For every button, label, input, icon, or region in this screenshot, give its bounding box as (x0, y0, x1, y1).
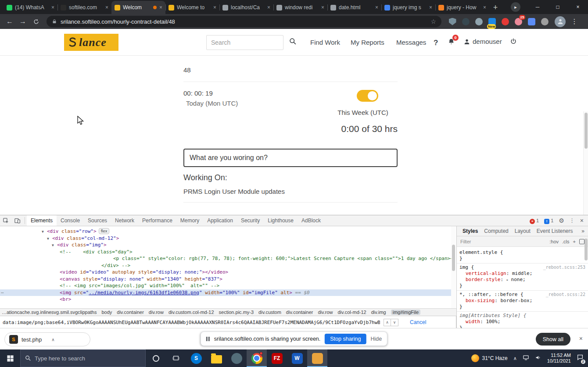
taskbar-search-input[interactable] (35, 355, 141, 362)
bookmark-star-icon[interactable]: ☆ (430, 18, 436, 25)
computed-grid-icon[interactable] (579, 239, 584, 244)
page-scrollbar-thumb[interactable] (584, 113, 588, 149)
minimize-button[interactable]: ─ (527, 0, 548, 14)
rule-selector[interactable]: img { (459, 264, 474, 271)
help-button[interactable]: ? (434, 39, 438, 47)
tab-close-button[interactable]: × (105, 4, 108, 11)
network-icon[interactable] (523, 354, 529, 363)
close-window-button[interactable]: × (568, 0, 588, 14)
nav-messages[interactable]: Messages (396, 39, 426, 46)
inspect-element-button[interactable] (0, 215, 11, 226)
devtools-tab-memory[interactable]: Memory (176, 215, 203, 226)
styles-filter-input[interactable] (460, 239, 546, 244)
css-property[interactable]: vertical-align: middle; (459, 271, 585, 277)
download-item[interactable]: S test.php ∧ (4, 332, 90, 346)
expander-icon[interactable]: ▼ (42, 228, 47, 235)
tab-close-button[interactable]: × (159, 4, 162, 11)
breadcrumb-item[interactable]: img#imgFile (391, 310, 420, 315)
css-property[interactable]: border-style: ▸ none; (459, 277, 585, 283)
error-counter[interactable]: ×1 (530, 217, 539, 224)
find-next-button[interactable]: ∨ (391, 319, 398, 326)
browser-menu-button[interactable]: ⋮ (569, 18, 580, 25)
nav-my-reports[interactable]: My Reports (351, 39, 384, 46)
stylesheet-link[interactable]: _reboot.scss:253 (543, 264, 585, 271)
shield-extension-icon[interactable] (447, 16, 458, 27)
dom-tree-node[interactable]: <img src="../media/hourly-imgs/6163df1e0… (0, 289, 451, 296)
browser-tab-1[interactable]: (14) WhatsA× (4, 1, 57, 14)
rule-selector[interactable]: *, ::after, ::before { (459, 292, 523, 298)
site-logo[interactable]: lance (64, 34, 118, 51)
forward-button[interactable]: → (17, 15, 29, 28)
breadcrumb-item[interactable]: …ationcache.svg.inlinesvg.smil.svgclippa… (2, 310, 97, 315)
notifications-bell[interactable]: 0 (448, 38, 455, 47)
dom-tree-node[interactable]: <video id="video" autoplay style="displa… (0, 269, 451, 276)
site-search-input[interactable] (206, 35, 283, 50)
toggle-element-state-button[interactable]: :hov (549, 239, 559, 244)
browser-tab-4[interactable]: Welcome to× (165, 1, 219, 14)
site-search-button[interactable] (289, 38, 297, 47)
browser-tab-8[interactable]: jquery img s× (381, 1, 435, 14)
breadcrumb-item[interactable]: section.pic.my-3 (219, 310, 254, 315)
breadcrumb-item[interactable]: div.row (318, 310, 333, 315)
pinned-app-media[interactable] (226, 349, 247, 367)
browser-tab-5[interactable]: localhost/Ca× (219, 1, 273, 14)
sidebar-more-tabs-button[interactable]: » (581, 228, 588, 234)
expander-icon[interactable]: ▼ (52, 242, 57, 249)
devtools-tab-lighthouse[interactable]: Lighthouse (264, 215, 298, 226)
dom-tree-node[interactable]: ▼<div class="img"> (0, 242, 451, 249)
hide-share-banner-button[interactable]: Hide (370, 336, 382, 342)
paw-extension-icon[interactable]: 25 (513, 16, 523, 27)
url-text[interactable]: srilance.softileo.com/hourly-contract-de… (61, 18, 427, 25)
find-cancel-button[interactable]: Cancel (410, 319, 426, 325)
sidebar-tab-layout[interactable]: Layout (512, 228, 534, 234)
nav-find-work[interactable]: Find Work (310, 39, 340, 46)
show-hidden-icons-button[interactable]: ∧ (513, 356, 517, 361)
breadcrumb-item[interactable]: div.row (149, 310, 164, 315)
pinned-app-file-explorer[interactable] (206, 349, 226, 367)
css-property[interactable]: width: 100%; (459, 319, 585, 325)
sidebar-tab-event-listeners[interactable]: Event Listeners (534, 228, 576, 234)
logout-button[interactable] (510, 38, 517, 47)
task-input[interactable] (183, 149, 398, 167)
new-extension-icon[interactable]: New (487, 16, 497, 27)
rule-selector[interactable]: element.style { (459, 249, 503, 256)
devtools-settings-button[interactable]: ⚙ (559, 217, 564, 224)
browser-tab-9[interactable]: jquery - How× (435, 1, 489, 14)
action-center-button[interactable]: 2 (577, 354, 584, 363)
expand-shorthand-icon[interactable]: ▸ (506, 278, 511, 282)
breadcrumb-item[interactable]: div.container (286, 310, 313, 315)
browser-tab-6[interactable]: window redi× (273, 1, 327, 14)
breadcrumb-item[interactable]: div.container (117, 310, 144, 315)
pinned-app-word[interactable]: W (287, 349, 307, 367)
stylesheet-link[interactable]: _reboot.scss:22 (546, 292, 585, 298)
find-input[interactable] (3, 320, 380, 325)
tab-close-button[interactable]: × (267, 4, 270, 11)
devtools-tab-security[interactable]: Security (237, 215, 264, 226)
address-bar[interactable]: srilance.softileo.com/hourly-contract-de… (47, 16, 441, 27)
user-menu[interactable]: demouser (463, 38, 502, 45)
tab-close-button[interactable]: × (51, 4, 54, 11)
rule-selector[interactable]: img[Attributes Style] { (459, 313, 526, 319)
element-classes-button[interactable]: .cls (562, 239, 570, 244)
sidebar-tab-styles[interactable]: Styles (459, 228, 481, 234)
sidebar-tab-computed[interactable]: Computed (481, 228, 511, 234)
devtools-close-button[interactable]: × (580, 217, 584, 224)
tab-close-button[interactable]: × (213, 4, 216, 11)
gray-paw-extension-icon[interactable] (539, 16, 550, 27)
pinned-app-editor[interactable] (307, 349, 327, 367)
download-item-menu-button[interactable]: ∧ (51, 337, 54, 342)
browser-tab-2[interactable]: softileo.com× (57, 1, 111, 14)
refresh-button[interactable] (30, 15, 42, 28)
task-view-button[interactable] (166, 349, 186, 367)
browser-tab-7[interactable]: date.html× (327, 1, 381, 14)
flex-badge[interactable]: flex (99, 228, 110, 234)
new-style-rule-button[interactable]: + (573, 239, 576, 244)
find-previous-button[interactable]: ∧ (384, 319, 391, 326)
taskbar-search-box[interactable] (20, 349, 146, 367)
pinned-app-filezilla[interactable]: FZ (267, 349, 287, 367)
devtools-tab-console[interactable]: Console (57, 215, 84, 226)
dom-tree-node[interactable]: <canvas style="display: none" width="134… (0, 276, 451, 283)
gray-circle-extension-icon[interactable] (473, 16, 484, 27)
dom-tree-node[interactable]: <p class="" style="color: rgb(77, 78, 78… (0, 255, 451, 262)
download-bar-close-button[interactable]: × (579, 335, 583, 342)
